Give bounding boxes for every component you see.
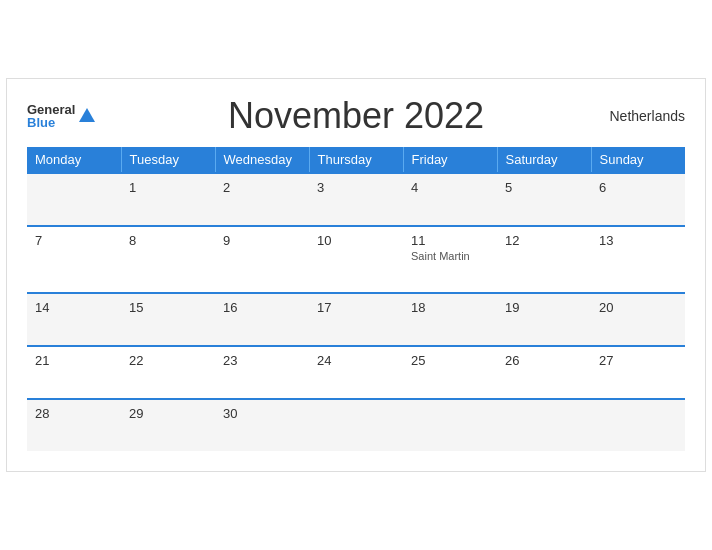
- day-number: 10: [317, 233, 395, 248]
- calendar-cell: 10: [309, 226, 403, 293]
- header-thursday: Thursday: [309, 147, 403, 173]
- calendar-cell: 9: [215, 226, 309, 293]
- calendar-cell: 26: [497, 346, 591, 399]
- calendar-header: General Blue November 2022 Netherlands: [27, 95, 685, 137]
- calendar-cell: 12: [497, 226, 591, 293]
- header-tuesday: Tuesday: [121, 147, 215, 173]
- day-number: 30: [223, 406, 301, 421]
- calendar-cell: 21: [27, 346, 121, 399]
- day-number: 17: [317, 300, 395, 315]
- calendar-cell: 2: [215, 173, 309, 226]
- day-number: 23: [223, 353, 301, 368]
- calendar-cell: 3: [309, 173, 403, 226]
- calendar-cell: 17: [309, 293, 403, 346]
- calendar-title: November 2022: [228, 95, 484, 137]
- calendar-cell: 24: [309, 346, 403, 399]
- header-monday: Monday: [27, 147, 121, 173]
- day-number: 14: [35, 300, 113, 315]
- calendar-cell: [309, 399, 403, 451]
- calendar-cell: 14: [27, 293, 121, 346]
- day-number: 27: [599, 353, 677, 368]
- calendar-cell: 1: [121, 173, 215, 226]
- day-number: 9: [223, 233, 301, 248]
- day-number: 7: [35, 233, 113, 248]
- day-number: 12: [505, 233, 583, 248]
- logo-triangle-icon: [79, 108, 95, 122]
- calendar-cell: 30: [215, 399, 309, 451]
- calendar-cell: 18: [403, 293, 497, 346]
- day-number: 2: [223, 180, 301, 195]
- calendar-cell: 23: [215, 346, 309, 399]
- day-number: 6: [599, 180, 677, 195]
- day-number: 29: [129, 406, 207, 421]
- calendar-cell: 28: [27, 399, 121, 451]
- calendar-cell: 6: [591, 173, 685, 226]
- day-number: 25: [411, 353, 489, 368]
- calendar-cell: 8: [121, 226, 215, 293]
- header-sunday: Sunday: [591, 147, 685, 173]
- week-row-4: 21222324252627: [27, 346, 685, 399]
- day-number: 13: [599, 233, 677, 248]
- calendar-container: General Blue November 2022 Netherlands M…: [6, 78, 706, 472]
- week-row-1: 123456: [27, 173, 685, 226]
- calendar-cell: 11Saint Martin: [403, 226, 497, 293]
- calendar-cell: 16: [215, 293, 309, 346]
- calendar-cell: [497, 399, 591, 451]
- day-number: 26: [505, 353, 583, 368]
- calendar-cell: 5: [497, 173, 591, 226]
- day-number: 3: [317, 180, 395, 195]
- calendar-cell: 27: [591, 346, 685, 399]
- day-number: 16: [223, 300, 301, 315]
- calendar-cell: 22: [121, 346, 215, 399]
- header-wednesday: Wednesday: [215, 147, 309, 173]
- calendar-cell: 20: [591, 293, 685, 346]
- logo: General Blue: [27, 103, 95, 129]
- day-number: 8: [129, 233, 207, 248]
- day-number: 21: [35, 353, 113, 368]
- day-number: 4: [411, 180, 489, 195]
- calendar-cell: 29: [121, 399, 215, 451]
- calendar-cell: [591, 399, 685, 451]
- calendar-cell: 19: [497, 293, 591, 346]
- calendar-cell: 25: [403, 346, 497, 399]
- logo-blue: Blue: [27, 116, 55, 129]
- calendar-cell: [403, 399, 497, 451]
- day-number: 15: [129, 300, 207, 315]
- day-number: 28: [35, 406, 113, 421]
- calendar-cell: 15: [121, 293, 215, 346]
- week-row-3: 14151617181920: [27, 293, 685, 346]
- week-row-5: 282930: [27, 399, 685, 451]
- country-label: Netherlands: [610, 108, 686, 124]
- calendar-cell: 7: [27, 226, 121, 293]
- event-label: Saint Martin: [411, 250, 489, 262]
- calendar-grid: Monday Tuesday Wednesday Thursday Friday…: [27, 147, 685, 451]
- day-number: 22: [129, 353, 207, 368]
- header-saturday: Saturday: [497, 147, 591, 173]
- day-number: 11: [411, 233, 489, 248]
- calendar-cell: 13: [591, 226, 685, 293]
- day-number: 5: [505, 180, 583, 195]
- header-friday: Friday: [403, 147, 497, 173]
- day-number: 20: [599, 300, 677, 315]
- calendar-cell: [27, 173, 121, 226]
- day-number: 24: [317, 353, 395, 368]
- week-row-2: 7891011Saint Martin1213: [27, 226, 685, 293]
- day-number: 1: [129, 180, 207, 195]
- calendar-cell: 4: [403, 173, 497, 226]
- days-header-row: Monday Tuesday Wednesday Thursday Friday…: [27, 147, 685, 173]
- day-number: 18: [411, 300, 489, 315]
- day-number: 19: [505, 300, 583, 315]
